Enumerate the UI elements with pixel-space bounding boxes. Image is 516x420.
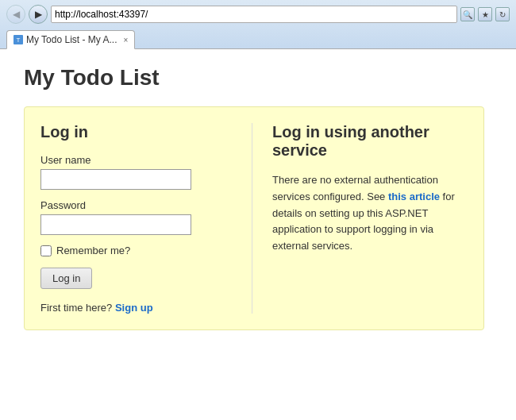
service-description: There are no external authentication ser…: [272, 172, 468, 255]
login-card: Log in User name Password Remember me? L…: [24, 106, 484, 330]
login-form-section: Log in User name Password Remember me? L…: [40, 123, 252, 314]
username-input[interactable]: [40, 169, 191, 190]
browser-chrome: ◀ ▶ 🔍 ★ ↻ T My Todo List - My A... ×: [0, 0, 516, 49]
remember-me-checkbox[interactable]: [40, 245, 52, 256]
address-input[interactable]: [55, 9, 453, 20]
remember-me-label: Remember me?: [56, 245, 130, 256]
forward-icon: ▶: [35, 9, 42, 20]
active-tab[interactable]: T My Todo List - My A... ×: [6, 30, 135, 49]
refresh-icon[interactable]: ↻: [495, 7, 510, 21]
tab-favicon: T: [13, 35, 23, 44]
external-service-section: Log in using another service There are n…: [252, 123, 468, 314]
back-icon: ◀: [13, 9, 20, 20]
search-icon[interactable]: 🔍: [460, 7, 475, 21]
page-content: My Todo List Log in User name Password R…: [0, 49, 516, 420]
signup-link[interactable]: Sign up: [115, 302, 153, 314]
tab-bar: T My Todo List - My A... ×: [6, 29, 510, 48]
login-section-title: Log in: [40, 123, 236, 141]
article-link[interactable]: this article: [388, 191, 440, 202]
password-label: Password: [40, 199, 236, 211]
first-time-text: First time here?: [40, 302, 112, 314]
tab-close-button[interactable]: ×: [123, 36, 128, 44]
signup-section: First time here? Sign up: [40, 302, 236, 314]
address-bar[interactable]: [51, 6, 457, 23]
browser-toolbar: ◀ ▶ 🔍 ★ ↻: [6, 5, 510, 24]
forward-button[interactable]: ▶: [29, 5, 48, 24]
external-service-title: Log in using another service: [272, 123, 468, 160]
favorites-icon[interactable]: ★: [478, 7, 492, 21]
login-button[interactable]: Log in: [40, 268, 92, 289]
page-title: My Todo List: [24, 65, 492, 91]
back-button[interactable]: ◀: [6, 5, 25, 24]
password-input[interactable]: [40, 214, 191, 235]
remember-me-group: Remember me?: [40, 245, 236, 256]
username-label: User name: [40, 154, 236, 166]
tab-label: My Todo List - My A...: [26, 34, 117, 45]
